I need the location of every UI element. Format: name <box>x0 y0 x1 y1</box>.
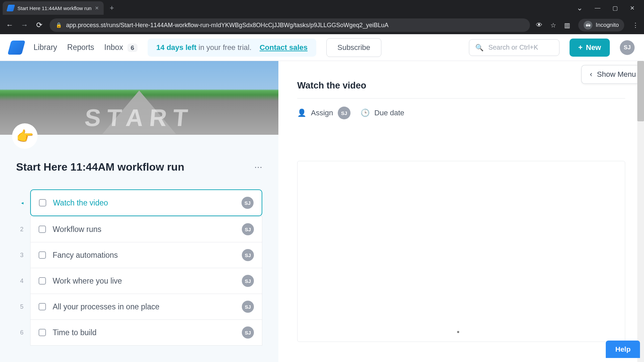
show-menu-button[interactable]: ‹ Show Menu <box>581 65 644 84</box>
task-label: Watch the video <box>53 198 235 207</box>
task-checkbox[interactable] <box>39 303 46 310</box>
nav-inbox-label: Inbox <box>104 43 123 52</box>
contact-sales-link[interactable]: Contact sales <box>260 43 308 52</box>
address-row: ← → ⟳ 🔒 app.process.st/runs/Start-Here-1… <box>0 16 644 34</box>
task-number: ◂ <box>16 200 23 205</box>
search-placeholder: Search or Ctrl+K <box>488 44 538 51</box>
task-card[interactable]: Time to build SJ <box>30 320 262 346</box>
nav-library[interactable]: Library <box>34 43 57 52</box>
task-checkbox[interactable] <box>39 277 46 285</box>
window-controls: ⌄ ― ▢ ✕ <box>577 4 644 12</box>
user-avatar[interactable]: SJ <box>620 40 635 55</box>
task-checkbox[interactable] <box>39 199 46 206</box>
vertical-scrollbar[interactable] <box>637 61 644 362</box>
task-checkbox[interactable] <box>39 226 46 233</box>
task-row-5[interactable]: 5 All your processes in one place SJ <box>16 294 262 320</box>
task-row-2[interactable]: 2 Workflow runs SJ <box>16 216 262 242</box>
assign-group[interactable]: 👤 Assign SJ <box>297 107 351 119</box>
task-number: 3 <box>16 252 23 259</box>
task-checkbox[interactable] <box>39 251 46 259</box>
task-assignee-avatar[interactable]: SJ <box>242 275 254 287</box>
nav-reports[interactable]: Reports <box>67 43 94 52</box>
task-meta-row: 👤 Assign SJ 🕒 Due date <box>297 99 625 127</box>
hero-text: START <box>84 104 195 131</box>
task-card[interactable]: Fancy automations SJ <box>30 242 262 268</box>
task-row-4[interactable]: 4 Work where you live SJ <box>16 268 262 294</box>
task-assignee-avatar[interactable]: SJ <box>242 301 254 313</box>
task-label: Fancy automations <box>53 251 235 260</box>
new-button[interactable]: + New <box>570 39 610 57</box>
search-input[interactable]: 🔍 Search or Ctrl+K <box>469 39 559 56</box>
close-tab-icon[interactable]: ✕ <box>95 5 99 11</box>
new-tab-button[interactable]: + <box>104 4 120 12</box>
subscribe-button[interactable]: Subscribe <box>326 38 381 57</box>
minimize-icon[interactable]: ― <box>595 5 600 11</box>
task-card[interactable]: Watch the video SJ <box>30 189 262 216</box>
address-icons: 👁 ☆ ▥ 🕶 Incognito ⋮ <box>536 19 639 32</box>
trial-days: 14 days left <box>156 43 197 52</box>
hero-emoji: 👉 <box>12 123 38 149</box>
person-icon: 👤 <box>297 109 306 117</box>
run-title: Start Here 11:44AM workflow run <box>16 161 254 173</box>
trial-banner: 14 days left in your free trial. Contact… <box>148 39 316 57</box>
task-assignee-avatar[interactable]: SJ <box>241 197 254 209</box>
task-label: Time to build <box>53 328 235 337</box>
help-button[interactable]: Help <box>606 341 640 358</box>
task-checkbox[interactable] <box>39 329 46 336</box>
task-assignee-avatar[interactable]: SJ <box>242 223 254 235</box>
forward-icon[interactable]: → <box>20 21 29 29</box>
nav-inbox[interactable]: Inbox 6 <box>104 43 138 52</box>
eye-off-icon[interactable]: 👁 <box>536 21 542 29</box>
reload-icon[interactable]: ⟳ <box>35 21 44 29</box>
clock-icon: 🕒 <box>361 109 370 117</box>
back-icon[interactable]: ← <box>5 21 14 29</box>
app-logo[interactable] <box>7 41 25 55</box>
task-number: 6 <box>16 329 23 336</box>
run-title-row: Start Here 11:44AM workflow run ⋯ <box>0 135 278 189</box>
url-text: app.process.st/runs/Start-Here-1144AM-wo… <box>66 22 388 29</box>
new-label: New <box>586 43 601 52</box>
scrollbar-thumb[interactable] <box>637 61 644 121</box>
task-assignee-avatar[interactable]: SJ <box>242 326 254 339</box>
inbox-count-badge: 6 <box>127 44 138 52</box>
task-card[interactable]: Workflow runs SJ <box>30 216 262 242</box>
task-label: All your processes in one place <box>53 302 235 311</box>
task-number: 5 <box>16 303 23 310</box>
task-list: ◂ Watch the video SJ 2 Workflow runs SJ … <box>0 189 278 346</box>
due-label: Due date <box>374 109 404 117</box>
cursor-icon: ⌖ <box>457 329 460 335</box>
left-column: START 👉 Start Here 11:44AM workflow run … <box>0 61 278 362</box>
task-row-1[interactable]: ◂ Watch the video SJ <box>16 189 262 216</box>
task-number: 2 <box>16 226 23 233</box>
tabs-dropdown-icon[interactable]: ⌄ <box>577 4 583 12</box>
close-window-icon[interactable]: ✕ <box>630 5 635 12</box>
task-label: Work where you live <box>53 277 235 286</box>
app-body: START 👉 Start Here 11:44AM workflow run … <box>0 61 644 362</box>
more-icon[interactable]: ⋯ <box>254 163 262 172</box>
tab-strip: Start Here 11:44AM workflow run ✕ + ⌄ ― … <box>0 0 644 16</box>
task-assignee-avatar[interactable]: SJ <box>242 249 254 261</box>
address-bar[interactable]: 🔒 app.process.st/runs/Start-Here-1144AM-… <box>50 18 530 32</box>
panel-icon[interactable]: ▥ <box>564 21 570 29</box>
kebab-menu-icon[interactable]: ⋮ <box>632 21 639 29</box>
task-card[interactable]: Work where you live SJ <box>30 268 262 294</box>
trial-suffix: in your free trial. <box>197 43 252 52</box>
show-menu-label: Show Menu <box>597 70 636 79</box>
maximize-icon[interactable]: ▢ <box>612 5 618 12</box>
task-card[interactable]: All your processes in one place SJ <box>30 294 262 320</box>
chevron-left-icon: ‹ <box>590 70 592 79</box>
favicon <box>6 5 15 11</box>
task-row-6[interactable]: 6 Time to build SJ <box>16 320 262 346</box>
app-header: Library Reports Inbox 6 14 days left in … <box>0 34 644 61</box>
task-row-3[interactable]: 3 Fancy automations SJ <box>16 242 262 268</box>
incognito-label: Incognito <box>596 22 619 28</box>
incognito-badge[interactable]: 🕶 Incognito <box>578 19 624 32</box>
assignee-avatar[interactable]: SJ <box>338 107 351 119</box>
browser-tab[interactable]: Start Here 11:44AM workflow run ✕ <box>3 1 104 15</box>
star-icon[interactable]: ☆ <box>550 21 556 29</box>
search-icon: 🔍 <box>475 44 484 52</box>
task-content-area[interactable] <box>297 161 625 342</box>
due-date-group[interactable]: 🕒 Due date <box>361 109 404 117</box>
hero-image: START 👉 <box>0 61 278 135</box>
tab-title: Start Here 11:44AM workflow run <box>17 5 92 11</box>
